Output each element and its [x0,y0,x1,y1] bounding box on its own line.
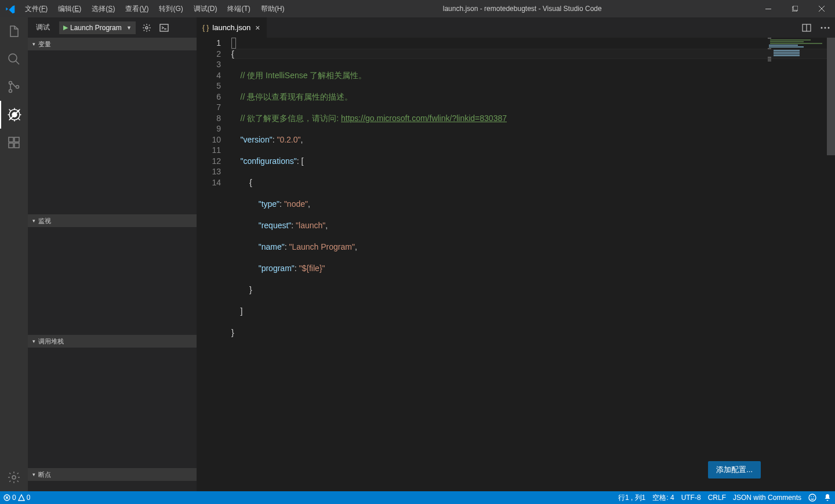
svg-point-3 [9,54,17,62]
svg-line-9 [10,110,19,119]
chevron-down-icon: ▾ [30,218,37,224]
debug-console-icon[interactable] [158,21,170,34]
more-actions-icon[interactable] [818,20,833,35]
svg-rect-2 [793,6,798,10]
variables-body [28,50,197,214]
activity-bar [0,17,28,491]
add-configuration-button[interactable]: 添加配置... [708,461,761,479]
svg-point-21 [828,27,830,28]
close-icon[interactable] [808,0,835,17]
variables-panel: ▾变量 [28,38,197,214]
start-debug-icon[interactable]: ▶ [63,24,68,31]
editor-group: { } launch.json × 1234567891011121314 { … [197,17,835,491]
scrollbar-thumb[interactable] [827,38,835,155]
svg-rect-11 [9,143,13,148]
svg-rect-13 [14,137,19,142]
status-language[interactable]: JSON with Comments [729,491,805,504]
status-cursor-pos[interactable]: 行1 , 列1 [615,491,649,504]
svg-point-6 [16,86,19,89]
svg-point-24 [811,496,812,498]
svg-rect-10 [9,137,13,142]
error-icon [3,494,10,501]
svg-point-5 [9,90,12,93]
svg-rect-0 [765,9,771,9]
notifications-bell-icon[interactable] [820,491,835,504]
debug-sidebar-header: 调试 ▶ Launch Program ▼ [28,17,197,38]
debug-icon[interactable] [0,101,28,129]
menu-view[interactable]: 查看(V) [120,0,154,17]
split-editor-icon[interactable] [799,20,814,35]
editor-tabs: { } launch.json × [197,17,835,38]
watch-body [28,227,197,335]
menu-select[interactable]: 选择(S) [86,0,120,17]
svg-point-4 [9,82,12,85]
menu-bar: 文件(F) 编辑(E) 选择(S) 查看(V) 转到(G) 调试(D) 终端(T… [20,0,289,17]
svg-point-23 [809,494,816,501]
watch-panel: ▾监视 [28,214,197,335]
callstack-body [28,348,197,468]
watch-header[interactable]: ▾监视 [28,214,197,227]
svg-point-25 [813,496,814,498]
variables-header[interactable]: ▾变量 [28,38,197,50]
svg-point-15 [146,27,148,29]
line-numbers: 1234567891011121314 [197,38,231,491]
menu-go[interactable]: 转到(G) [154,0,188,17]
status-errors[interactable]: 0 0 [0,491,34,504]
code-content[interactable]: { // 使用 IntelliSense 了解相关属性。 // 悬停以查看现有属… [231,38,835,491]
main-area: 调试 ▶ Launch Program ▼ ▾变量 ▾监视 ▾调用堆栈 ▾断点 [0,17,835,491]
json-file-icon: { } [202,24,209,32]
menu-file[interactable]: 文件(F) [20,0,53,17]
warning-icon [18,494,25,501]
launch-config-dropdown[interactable]: ▶ Launch Program ▼ [59,21,136,34]
status-encoding[interactable]: UTF-8 [678,491,705,504]
menu-help[interactable]: 帮助(H) [256,0,290,17]
chevron-down-icon: ▾ [30,41,37,47]
tab-launch-json[interactable]: { } launch.json × [197,17,267,38]
vscode-logo-icon [0,4,20,14]
window-title: launch.json - remotedebugtest - Visual S… [289,5,755,13]
status-indent[interactable]: 空格: 4 [649,491,677,504]
menu-terminal[interactable]: 终端(T) [222,0,255,17]
svg-point-19 [821,27,823,28]
svg-point-20 [825,27,826,28]
callstack-header[interactable]: ▾调用堆栈 [28,335,197,348]
settings-gear-icon[interactable] [0,463,28,491]
title-bar: 文件(F) 编辑(E) 选择(S) 查看(V) 转到(G) 调试(D) 终端(T… [0,0,835,17]
breakpoints-panel: ▾断点 [28,468,197,481]
code-editor[interactable]: 1234567891011121314 { // 使用 IntelliSense… [197,38,835,491]
editor-scrollbar[interactable] [827,38,835,491]
source-control-icon[interactable] [0,73,28,101]
callstack-panel: ▾调用堆栈 [28,335,197,468]
debug-sidebar: 调试 ▶ Launch Program ▼ ▾变量 ▾监视 ▾调用堆栈 ▾断点 [28,17,197,491]
callstack-label: 调用堆栈 [38,337,64,346]
search-icon[interactable] [0,45,28,73]
window-controls [755,0,835,17]
chevron-down-icon: ▾ [30,338,37,344]
explorer-icon[interactable] [0,17,28,45]
breakpoints-label: 断点 [38,470,51,479]
maximize-icon[interactable] [782,0,808,17]
extensions-icon[interactable] [0,129,28,156]
menu-edit[interactable]: 编辑(E) [53,0,86,17]
minimize-icon[interactable] [755,0,782,17]
status-bar: 0 0 行1 , 列1 空格: 4 UTF-8 CRLF JSON with C… [0,491,835,504]
sidebar-title: 调试 [34,23,52,32]
status-eol[interactable]: CRLF [705,491,729,504]
editor-actions [797,17,835,38]
close-tab-icon[interactable]: × [254,23,261,32]
svg-point-14 [12,476,16,479]
menu-debug[interactable]: 调试(D) [188,0,223,17]
variables-label: 变量 [38,40,51,49]
svg-rect-12 [14,143,19,148]
breakpoints-header[interactable]: ▾断点 [28,468,197,481]
watch-label: 监视 [38,217,51,225]
chevron-down-icon: ▾ [30,472,37,477]
selected-config: Launch Program [70,24,122,32]
tab-filename: launch.json [212,23,251,32]
feedback-smiley-icon[interactable] [805,491,820,504]
chevron-down-icon: ▼ [126,25,132,31]
configure-gear-icon[interactable] [140,21,153,34]
